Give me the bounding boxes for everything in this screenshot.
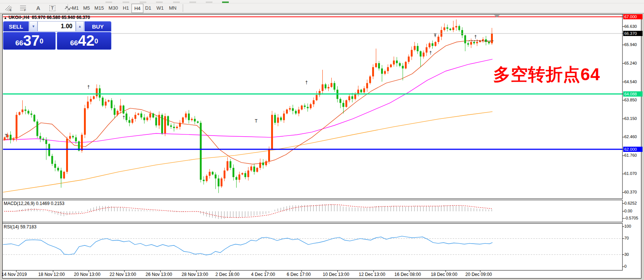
symbol-timeframe: UKOil-,H4 [9,15,29,20]
time-axis-label: 4 Dec 17:00 [251,272,275,277]
cropped-toolbar-icon [140,1,146,3]
timeframe-button-m30[interactable]: M30 [106,4,120,12]
sell-button[interactable]: SELL [3,21,29,32]
timeframe-button-h4[interactable]: H4 [131,4,143,13]
price-axis-label: 61.070 [624,171,643,176]
trading-terminal: EFATM1M5M15M30H1H4D1W1MN T††T††Ŧ† ▲UKOil… [0,0,644,280]
svg-text:F: F [24,9,26,12]
rsi-axis-label: 100 [624,224,643,229]
fibonacci-icon[interactable]: F [18,4,29,12]
equidistant-channel-icon[interactable]: E [3,4,14,12]
price-badge-66.370: 66.370 [623,31,643,36]
macd-axis-label: -0.5705 [624,216,643,221]
one-click-panel-toggle-icon[interactable]: ▲ [4,16,7,20]
timeframe-button-m15[interactable]: M15 [92,4,106,12]
toolbar-separator [68,4,68,12]
price-axis-label: 66.630 [624,24,643,29]
volume-decrease-button[interactable]: ▼ [29,21,38,32]
price-badge-67.000: 67.000 [623,14,643,19]
sell-price-whole: 66 [15,38,23,48]
cropped-toolbar-icon [123,1,129,3]
price-axis-label: 64.540 [624,79,643,84]
timeframe-button-mn[interactable]: MN [166,4,179,12]
time-axis-label: 14 Nov 2019 [1,272,27,277]
volume-input[interactable] [38,21,76,32]
time-axis-label: 18 Nov 12:00 [38,272,65,277]
buy-price-whole: 66 [70,38,78,48]
toolbar-separator [183,4,183,12]
price-axis-label: 60.370 [624,190,643,195]
one-click-trading-panel: SELL ▼ ▲ BUY 66370 66420 [3,21,111,50]
time-axis-label: 20 Nov 13:00 [74,272,100,277]
time-axis-label: 2 Dec 16:00 [215,272,240,277]
time-axis-label: 6 Dec 17:00 [287,272,311,277]
time-axis-label: 22 Nov 13:00 [110,272,136,277]
price-axis-label: 65.940 [624,42,643,47]
cropped-toolbar-icon [189,1,196,3]
price-axis-label: 63.850 [624,98,643,102]
time-axis-label: 10 Dec 13:00 [323,272,349,277]
rsi-axis-label: 30 [624,252,643,257]
rsi-axis-label: 0 [624,264,643,269]
chart-toolbar: EFATM1M5M15M30H1H4D1W1MN [0,3,644,13]
svg-text:E: E [10,9,12,12]
time-axis-label: 26 Nov 13:00 [146,272,172,277]
price-axis-label: 65.240 [624,61,643,66]
sell-price-pip: 0 [40,32,43,50]
timeframe-button-m1[interactable]: M1 [70,4,81,12]
buy-price-main: 42 [78,33,95,48]
text-label-icon[interactable]: T [47,4,58,12]
cropped-toolbar-icon [206,1,212,3]
buy-price-pip: 0 [94,32,98,50]
timeframe-button-d1[interactable]: D1 [143,4,154,12]
time-axis-label: 16 Dec 08:00 [394,272,421,277]
chart-title: ▲UKOil-,H4 65.970 66.580 65.940 66.370 [4,15,90,20]
cropped-toolbar-icon [222,1,229,3]
ohlc-values: 65.970 66.580 65.940 66.370 [32,15,90,20]
cropped-toolbar-icon [156,1,163,3]
price-badge-64.088: 64.088 [623,91,643,97]
text-icon[interactable]: A [33,4,44,12]
sell-price-main: 37 [23,33,40,48]
macd-indicator-label: MACD(12,26,9) 0.1469 0.2153 [4,201,64,206]
rsi-indicator-label: RSI(14) 59.7183 [4,224,36,229]
price-axis-label: 61.760 [624,153,643,158]
top-toolbar-sliver [0,0,644,3]
time-axis-label: 28 Nov 13:00 [182,272,208,277]
timeframe-button-h1[interactable]: H1 [120,4,131,12]
sell-price-tile[interactable]: 66370 [3,32,56,50]
rsi-axis-label: 70 [624,236,643,241]
volume-increase-button[interactable]: ▲ [76,21,84,32]
time-axis-label: 12 Dec 13:00 [359,272,385,277]
cropped-toolbar-icon [173,1,180,3]
macd-axis-label: 0.6252 [624,201,643,206]
price-axis-label: 62.460 [624,134,643,139]
price-badge-62.000: 62.000 [623,147,643,152]
cropped-toolbar-icon [105,1,112,3]
chart-annotation-text: 多空转折点64 [493,63,600,86]
chart-window [2,14,641,279]
macd-axis-label: 0.00 [624,209,643,214]
time-axis-label: 20 Dec 09:00 [465,272,492,277]
timeframe-button-w1[interactable]: W1 [154,4,166,12]
price-axis-label: 63.150 [624,116,643,121]
time-axis-label: 18 Dec 09:00 [431,272,457,277]
buy-price-tile[interactable]: 66420 [57,32,111,50]
timeframe-button-m5[interactable]: M5 [81,4,92,12]
buy-button[interactable]: BUY [84,21,111,32]
